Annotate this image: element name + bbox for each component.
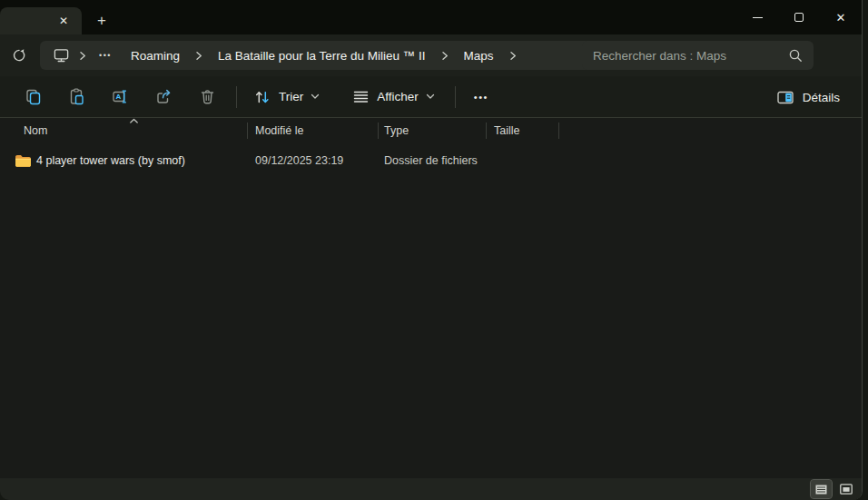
title-bar: ✕ + ✕ bbox=[0, 0, 862, 34]
view-dropdown-button[interactable]: Afficher bbox=[343, 81, 444, 113]
tab-close-button[interactable]: ✕ bbox=[54, 12, 73, 30]
monitor-icon bbox=[53, 47, 70, 64]
new-tab-button[interactable]: + bbox=[90, 9, 113, 33]
maximize-button[interactable] bbox=[778, 0, 820, 34]
breadcrumb-overflow-button[interactable]: ••• bbox=[91, 44, 120, 67]
status-bar bbox=[0, 478, 862, 500]
this-pc-button[interactable] bbox=[47, 44, 74, 67]
trash-icon bbox=[198, 87, 217, 106]
file-row[interactable]: 4 player tower wars (by smof) 09/12/2025… bbox=[0, 149, 862, 172]
copy-button[interactable] bbox=[11, 81, 54, 113]
explorer-tab[interactable]: ✕ bbox=[0, 7, 82, 34]
breadcrumb-chevron[interactable] bbox=[191, 44, 207, 67]
share-icon bbox=[154, 87, 173, 106]
list-lines-icon bbox=[352, 88, 370, 105]
plus-icon: + bbox=[97, 12, 106, 30]
sort-icon bbox=[253, 88, 271, 106]
file-explorer-window: ✕ + ✕ bbox=[0, 0, 863, 500]
search-icon[interactable] bbox=[788, 48, 803, 63]
rename-button[interactable]: A bbox=[98, 81, 142, 113]
svg-text:A: A bbox=[115, 93, 121, 101]
details-label: Détails bbox=[803, 91, 840, 104]
large-icons-view-icon bbox=[840, 484, 853, 495]
ellipsis-icon: ••• bbox=[474, 92, 488, 103]
details-pane-button[interactable]: Détails bbox=[769, 81, 847, 113]
chevron-down-icon bbox=[311, 93, 320, 100]
chevron-down-icon bbox=[426, 93, 435, 100]
paste-icon bbox=[67, 87, 86, 106]
minimize-button[interactable] bbox=[736, 0, 778, 34]
large-icons-view-toggle[interactable] bbox=[835, 480, 856, 498]
column-header-row: Nom Modifié le Type Taille bbox=[0, 118, 862, 143]
command-toolbar: A bbox=[0, 76, 862, 118]
close-window-button[interactable]: ✕ bbox=[820, 0, 862, 34]
more-options-button[interactable]: ••• bbox=[463, 81, 499, 113]
folder-icon bbox=[15, 153, 32, 168]
paste-button[interactable] bbox=[54, 81, 98, 113]
search-box bbox=[582, 41, 814, 70]
column-header-type[interactable]: Type bbox=[379, 118, 487, 143]
file-type: Dossier de fichiers bbox=[379, 154, 487, 167]
details-pane-icon bbox=[776, 90, 794, 105]
file-name-cell: 4 player tower wars (by smof) bbox=[15, 153, 248, 168]
refresh-button[interactable] bbox=[4, 41, 35, 70]
toolbar-separator bbox=[236, 86, 237, 108]
details-view-icon bbox=[815, 485, 827, 495]
details-view-toggle[interactable] bbox=[811, 480, 832, 498]
rename-icon: A bbox=[111, 87, 130, 106]
breadcrumb-item-game-folder[interactable]: La Bataille pour la Terre du Milieu ™ II bbox=[207, 44, 437, 67]
column-header-name[interactable]: Nom bbox=[15, 118, 248, 143]
breadcrumb-chevron[interactable] bbox=[505, 44, 521, 67]
window-controls: ✕ bbox=[736, 0, 862, 34]
breadcrumb-chevron[interactable] bbox=[74, 44, 91, 67]
refresh-icon bbox=[11, 47, 27, 64]
column-header-size[interactable]: Taille bbox=[487, 118, 559, 143]
breadcrumb-item-roaming[interactable]: Roaming bbox=[120, 44, 191, 67]
share-button[interactable] bbox=[142, 81, 185, 113]
column-header-modified[interactable]: Modifié le bbox=[248, 118, 379, 143]
view-label: Afficher bbox=[377, 90, 419, 103]
search-input[interactable] bbox=[593, 49, 788, 63]
navigation-bar: ••• Roaming La Bataille pour la Terre du… bbox=[0, 34, 862, 76]
toolbar-separator bbox=[455, 86, 456, 108]
breadcrumb: ••• Roaming La Bataille pour la Terre du… bbox=[40, 41, 614, 70]
close-icon: ✕ bbox=[836, 11, 846, 25]
file-name: 4 player tower wars (by smof) bbox=[36, 154, 185, 167]
minimize-icon bbox=[753, 17, 763, 18]
delete-button[interactable] bbox=[185, 81, 229, 113]
file-list: 4 player tower wars (by smof) 09/12/2025… bbox=[0, 143, 862, 456]
sort-dropdown-button[interactable]: Trier bbox=[244, 81, 329, 113]
breadcrumb-chevron[interactable] bbox=[437, 44, 453, 67]
breadcrumb-item-maps[interactable]: Maps bbox=[453, 44, 505, 67]
copy-icon bbox=[24, 87, 43, 106]
maximize-icon bbox=[794, 13, 804, 22]
close-icon: ✕ bbox=[59, 15, 68, 27]
file-modified: 09/12/2025 23:19 bbox=[248, 154, 379, 167]
sort-label: Trier bbox=[279, 90, 303, 103]
